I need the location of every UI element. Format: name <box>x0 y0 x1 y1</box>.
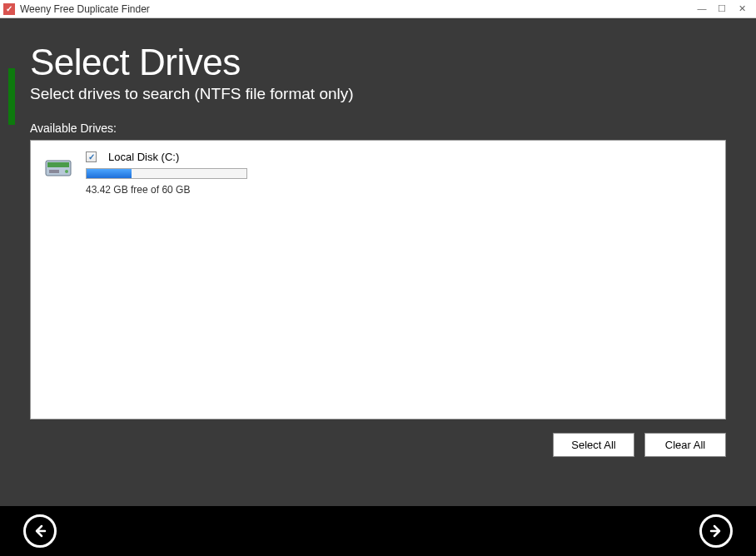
drive-name: Local Disk (C:) <box>108 151 179 163</box>
drive-checkbox[interactable] <box>86 151 97 162</box>
drive-header: Local Disk (C:) <box>86 151 247 163</box>
drive-space-text: 43.42 GB free of 60 GB <box>86 184 247 196</box>
drive-details: Local Disk (C:) 43.42 GB free of 60 GB <box>86 151 247 196</box>
svg-rect-3 <box>49 170 59 173</box>
titlebar: Weeny Free Duplicate Finder — ☐ ✕ <box>0 0 756 18</box>
titlebar-title: Weeny Free Duplicate Finder <box>20 3 696 15</box>
arrow-right-icon <box>708 523 724 539</box>
drive-row: Local Disk (C:) 43.42 GB free of 60 GB <box>44 151 712 196</box>
app-icon <box>3 3 15 15</box>
page-title: Select Drives <box>30 42 726 83</box>
accent-bar <box>8 68 15 125</box>
close-button[interactable]: ✕ <box>736 3 748 14</box>
main-body: Select Drives Select drives to search (N… <box>0 18 756 506</box>
hard-drive-icon <box>44 156 76 182</box>
select-all-button[interactable]: Select All <box>553 433 634 457</box>
window-controls: — ☐ ✕ <box>696 3 753 14</box>
svg-point-2 <box>65 170 68 173</box>
drive-usage-bar <box>86 168 247 179</box>
minimize-button[interactable]: — <box>696 3 708 14</box>
maximize-button[interactable]: ☐ <box>716 3 728 14</box>
page-subtitle: Select drives to search (NTFS file forma… <box>30 85 726 103</box>
svg-rect-1 <box>47 162 69 167</box>
arrow-left-icon <box>32 523 48 539</box>
button-row: Select All Clear All <box>30 433 726 457</box>
clear-all-button[interactable]: Clear All <box>644 433 726 457</box>
back-button[interactable] <box>23 514 57 548</box>
bottom-bar <box>0 506 756 556</box>
available-drives-label: Available Drives: <box>30 122 726 135</box>
drive-usage-fill <box>87 169 132 178</box>
drives-panel: Local Disk (C:) 43.42 GB free of 60 GB <box>30 140 726 419</box>
next-button[interactable] <box>699 514 733 548</box>
